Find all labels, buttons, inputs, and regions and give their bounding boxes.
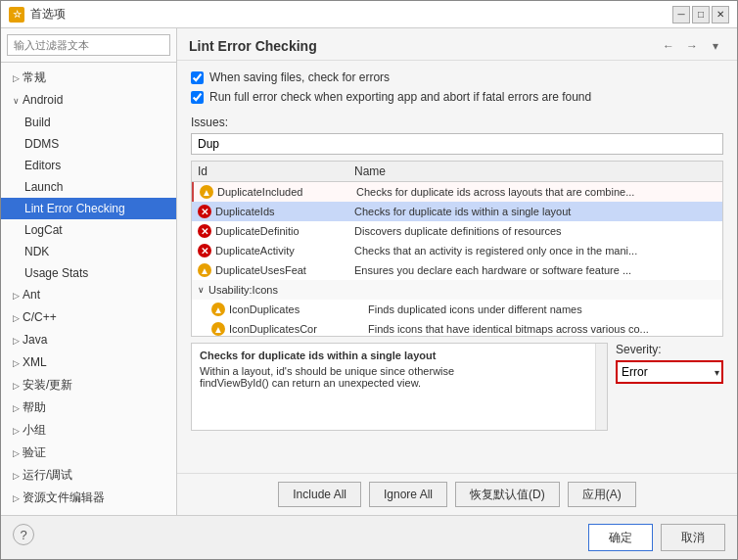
warn-icon: ▲: [198, 263, 211, 277]
row-id: IconDuplicates: [229, 303, 300, 315]
expand-arrow: ▷: [13, 287, 23, 304]
restore-default-button[interactable]: 恢复默认值(D): [455, 482, 560, 507]
window-icon: ☆: [9, 7, 24, 23]
row-id: DuplicateActivity: [215, 245, 295, 257]
cancel-button[interactable]: 取消: [661, 524, 725, 551]
table-row[interactable]: ▲ DuplicateIncluded Checks for duplicate…: [192, 182, 722, 202]
sidebar-item-java[interactable]: ▷ Java: [1, 329, 176, 351]
table-group-row[interactable]: ∨ Usability:Icons: [192, 280, 722, 300]
error-icon: ✕: [198, 244, 211, 257]
warn-icon: ▲: [211, 303, 225, 316]
expand-arrow: ▷: [13, 309, 23, 327]
severity-select[interactable]: Error Warning Info Ignore: [616, 360, 723, 384]
close-button[interactable]: ✕: [712, 6, 729, 23]
scroll-bar[interactable]: [595, 344, 607, 430]
title-controls: ─ □ ✕: [672, 6, 729, 23]
sidebar-search-area: [1, 28, 176, 63]
checkbox-row-1: When saving files, check for errors: [191, 70, 723, 84]
row-id: IconDuplicatesCor: [229, 323, 317, 335]
nav-dropdown-button[interactable]: ▾: [706, 36, 725, 56]
id-cell: ▲ DuplicateIncluded: [200, 185, 356, 199]
sidebar-item-launch[interactable]: Launch: [1, 176, 176, 198]
expand-arrow: ▷: [13, 70, 23, 87]
sidebar-item-help[interactable]: ▷ 帮助: [1, 397, 176, 419]
row-name: Ensures you declare each hardware or sof…: [354, 264, 716, 276]
table-row[interactable]: ✕ DuplicateActivity Checks that an activ…: [192, 241, 722, 260]
sidebar-item-ant[interactable]: ▷ Ant: [1, 284, 176, 306]
col-name-header: Name: [354, 164, 716, 178]
sidebar-item-lint-error-checking[interactable]: Lint Error Checking: [1, 198, 176, 219]
row-name: Checks for duplicate ids within a single…: [354, 206, 716, 217]
include-all-button[interactable]: Include All: [278, 482, 361, 507]
sidebar-item-build[interactable]: Build: [1, 112, 176, 133]
preferences-window: ☆ 首选项 ─ □ ✕ ▷ 常规 ∨ Android: [0, 0, 738, 560]
table-row[interactable]: ▲ IconDuplicates Finds duplicated icons …: [192, 300, 722, 319]
checkbox-row-2: Run full error check when exporting app …: [191, 90, 723, 104]
sidebar-item-install-update[interactable]: ▷ 安装/更新: [1, 374, 176, 397]
expand-arrow: ▷: [13, 467, 23, 485]
sidebar-item-ndk[interactable]: NDK: [1, 241, 176, 262]
nav-forward-button[interactable]: →: [682, 36, 702, 56]
warn-icon: ▲: [211, 322, 225, 336]
window-footer: ? 确定 取消: [1, 515, 737, 559]
error-icon: ✕: [198, 205, 211, 218]
ignore-all-button[interactable]: Ignore All: [369, 482, 447, 507]
description-area: Checks for duplicate ids within a single…: [191, 343, 723, 431]
save-check[interactable]: [191, 71, 204, 84]
sidebar-search-input[interactable]: [7, 34, 170, 56]
description-title: Checks for duplicate ids within a single…: [200, 350, 591, 361]
severity-wrapper: Error Warning Info Ignore ▾: [616, 360, 723, 384]
expand-arrow: ▷: [13, 444, 23, 462]
sidebar-item-editors[interactable]: Editors: [1, 155, 176, 176]
title-bar: ☆ 首选项 ─ □ ✕: [1, 1, 737, 28]
issues-search-input[interactable]: [191, 133, 723, 155]
title-bar-left: ☆ 首选项: [9, 6, 66, 23]
apply-button[interactable]: 应用(A): [568, 482, 636, 507]
table-row[interactable]: ▲ DuplicateUsesFeat Ensures you declare …: [192, 260, 722, 280]
expand-arrow: ∨: [13, 92, 23, 110]
main-panel: Lint Error Checking ← → ▾ When saving fi…: [177, 28, 737, 515]
sidebar-item-xml[interactable]: ▷ XML: [1, 351, 176, 374]
export-check-label: Run full error check when exporting app …: [209, 90, 591, 104]
sidebar-item-cpp[interactable]: ▷ C/C++: [1, 306, 176, 329]
action-buttons-row: Include All Ignore All 恢复默认值(D) 应用(A): [177, 473, 737, 515]
sidebar-item-group[interactable]: ▷ 小组: [1, 419, 176, 442]
row-name: Checks for duplicate ids across layouts …: [356, 186, 716, 198]
issues-table: Id Name ▲ DuplicateIncluded Checks for d…: [191, 161, 723, 337]
group-label: Usability:Icons: [208, 284, 278, 296]
sidebar-item-ddms[interactable]: DDMS: [1, 133, 176, 155]
sidebar-tree: ▷ 常规 ∨ Android Build DDMS Editors Launch: [1, 63, 176, 515]
description-body: Within a layout, id's should be unique s…: [200, 365, 591, 389]
id-cell: ▲ IconDuplicates: [211, 303, 368, 316]
table-row[interactable]: ▲ IconDuplicatesCor Finds icons that hav…: [192, 319, 722, 336]
maximize-button[interactable]: □: [692, 6, 710, 23]
id-cell: ✕ DuplicateActivity: [198, 244, 354, 257]
row-id: DuplicateDefinitio: [215, 225, 300, 237]
export-check[interactable]: [191, 91, 204, 104]
table-row[interactable]: ✕ DuplicateIds Checks for duplicate ids …: [192, 202, 722, 221]
sidebar-item-usage-stats[interactable]: Usage Stats: [1, 262, 176, 284]
sidebar-item-run-debug[interactable]: ▷ 运行/调试: [1, 464, 176, 487]
sidebar-item-logcat[interactable]: LogCat: [1, 219, 176, 241]
sidebar-item-android[interactable]: ∨ Android: [1, 89, 176, 112]
group-arrow: ∨: [198, 285, 205, 295]
sidebar-item-resource-editor[interactable]: ▷ 资源文件编辑器: [1, 487, 176, 509]
sidebar-item-verify[interactable]: ▷ 验证: [1, 442, 176, 464]
help-icon[interactable]: ?: [13, 524, 34, 545]
confirm-button[interactable]: 确定: [588, 524, 653, 551]
col-id-header: Id: [198, 164, 354, 178]
expand-arrow: ▷: [13, 490, 23, 507]
row-name: Discovers duplicate definitions of resou…: [354, 225, 716, 237]
table-row[interactable]: ✕ DuplicateDefinitio Discovers duplicate…: [192, 221, 722, 241]
expand-arrow: ▷: [13, 377, 23, 395]
nav-buttons: ← → ▾: [659, 36, 725, 56]
sidebar-item-general[interactable]: ▷ 常规: [1, 67, 176, 89]
panel-content: When saving files, check for errors Run …: [177, 61, 737, 473]
panel-title: Lint Error Checking: [189, 38, 317, 54]
minimize-button[interactable]: ─: [672, 6, 690, 23]
content-area: ▷ 常规 ∨ Android Build DDMS Editors Launch: [1, 28, 737, 515]
warn-icon: ▲: [200, 185, 213, 199]
expand-arrow: ▷: [13, 354, 23, 372]
row-id: DuplicateUsesFeat: [215, 264, 306, 276]
nav-back-button[interactable]: ←: [659, 36, 678, 56]
